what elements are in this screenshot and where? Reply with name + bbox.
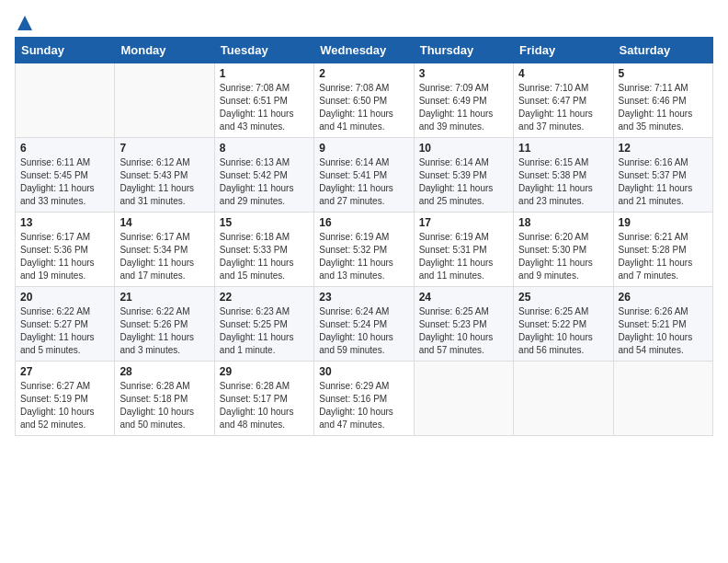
calendar-cell: 12Sunrise: 6:16 AMSunset: 5:37 PMDayligh… xyxy=(613,138,712,213)
day-info: Sunrise: 6:17 AMSunset: 5:34 PMDaylight:… xyxy=(119,231,209,282)
calendar-cell: 5Sunrise: 7:11 AMSunset: 6:46 PMDaylight… xyxy=(613,63,712,138)
day-info: Sunrise: 6:17 AMSunset: 5:36 PMDaylight:… xyxy=(20,231,109,282)
day-info: Sunrise: 6:13 AMSunset: 5:42 PMDaylight:… xyxy=(220,156,309,208)
day-info: Sunrise: 6:22 AMSunset: 5:27 PMDaylight:… xyxy=(20,305,109,357)
day-number: 1 xyxy=(220,67,309,80)
calendar-cell: 13Sunrise: 6:17 AMSunset: 5:36 PMDayligh… xyxy=(16,213,115,287)
calendar-day-header: Thursday xyxy=(414,38,513,63)
day-info: Sunrise: 6:27 AMSunset: 5:19 PMDaylight:… xyxy=(20,380,109,431)
day-info: Sunrise: 6:28 AMSunset: 5:17 PMDaylight:… xyxy=(220,380,309,431)
calendar-cell: 10Sunrise: 6:14 AMSunset: 5:39 PMDayligh… xyxy=(414,138,513,213)
calendar-cell: 26Sunrise: 6:26 AMSunset: 5:21 PMDayligh… xyxy=(613,287,712,362)
day-number: 11 xyxy=(518,142,608,155)
calendar-cell: 9Sunrise: 6:14 AMSunset: 5:41 PMDaylight… xyxy=(314,138,414,213)
day-number: 28 xyxy=(119,365,209,378)
day-number: 26 xyxy=(619,291,708,304)
calendar-week-row: 27Sunrise: 6:27 AMSunset: 5:19 PMDayligh… xyxy=(16,362,713,436)
calendar-week-row: 6Sunrise: 6:11 AMSunset: 5:45 PMDaylight… xyxy=(16,138,713,213)
day-number: 16 xyxy=(319,216,408,229)
day-number: 29 xyxy=(220,365,309,378)
day-info: Sunrise: 6:25 AMSunset: 5:22 PMDaylight:… xyxy=(518,305,608,357)
day-number: 15 xyxy=(220,216,309,229)
day-info: Sunrise: 7:09 AMSunset: 6:49 PMDaylight:… xyxy=(419,82,508,133)
day-number: 9 xyxy=(319,142,408,155)
day-info: Sunrise: 6:18 AMSunset: 5:33 PMDaylight:… xyxy=(220,231,309,282)
calendar-day-header: Wednesday xyxy=(314,38,414,63)
calendar-week-row: 1Sunrise: 7:08 AMSunset: 6:51 PMDaylight… xyxy=(16,63,713,138)
day-number: 12 xyxy=(619,142,708,155)
day-number: 18 xyxy=(518,216,608,229)
day-number: 3 xyxy=(419,67,508,80)
day-info: Sunrise: 6:11 AMSunset: 5:45 PMDaylight:… xyxy=(20,156,109,208)
day-info: Sunrise: 7:10 AMSunset: 6:47 PMDaylight:… xyxy=(518,82,608,133)
calendar-cell xyxy=(16,63,115,138)
calendar-cell: 18Sunrise: 6:20 AMSunset: 5:30 PMDayligh… xyxy=(514,213,613,287)
calendar-cell: 8Sunrise: 6:13 AMSunset: 5:42 PMDaylight… xyxy=(214,138,313,213)
day-info: Sunrise: 6:20 AMSunset: 5:30 PMDaylight:… xyxy=(518,231,608,282)
calendar-week-row: 13Sunrise: 6:17 AMSunset: 5:36 PMDayligh… xyxy=(16,213,713,287)
calendar-table: SundayMondayTuesdayWednesdayThursdayFrid… xyxy=(15,37,713,436)
day-number: 30 xyxy=(319,365,408,378)
day-number: 14 xyxy=(119,216,209,229)
day-number: 10 xyxy=(419,142,508,155)
day-number: 7 xyxy=(119,142,209,155)
day-info: Sunrise: 6:29 AMSunset: 5:16 PMDaylight:… xyxy=(319,380,408,431)
day-info: Sunrise: 6:23 AMSunset: 5:25 PMDaylight:… xyxy=(220,305,309,357)
calendar-cell xyxy=(613,362,712,436)
day-number: 5 xyxy=(619,67,708,80)
day-info: Sunrise: 6:28 AMSunset: 5:18 PMDaylight:… xyxy=(119,380,209,431)
day-number: 27 xyxy=(20,365,109,378)
day-info: Sunrise: 7:11 AMSunset: 6:46 PMDaylight:… xyxy=(619,82,708,133)
calendar-day-header: Friday xyxy=(514,38,613,63)
calendar-cell xyxy=(414,362,513,436)
calendar-cell: 11Sunrise: 6:15 AMSunset: 5:38 PMDayligh… xyxy=(514,138,613,213)
calendar-cell: 4Sunrise: 7:10 AMSunset: 6:47 PMDaylight… xyxy=(514,63,613,138)
calendar-cell: 15Sunrise: 6:18 AMSunset: 5:33 PMDayligh… xyxy=(214,213,313,287)
day-number: 21 xyxy=(119,291,209,304)
day-number: 24 xyxy=(419,291,508,304)
day-info: Sunrise: 6:16 AMSunset: 5:37 PMDaylight:… xyxy=(619,156,708,208)
day-info: Sunrise: 6:21 AMSunset: 5:28 PMDaylight:… xyxy=(619,231,708,282)
calendar-cell: 28Sunrise: 6:28 AMSunset: 5:18 PMDayligh… xyxy=(115,362,214,436)
calendar-cell xyxy=(115,63,214,138)
calendar-cell: 2Sunrise: 7:08 AMSunset: 6:50 PMDaylight… xyxy=(314,63,414,138)
day-info: Sunrise: 6:22 AMSunset: 5:26 PMDaylight:… xyxy=(119,305,209,357)
day-info: Sunrise: 7:08 AMSunset: 6:51 PMDaylight:… xyxy=(220,82,309,133)
calendar-cell: 1Sunrise: 7:08 AMSunset: 6:51 PMDaylight… xyxy=(214,63,313,138)
day-info: Sunrise: 6:25 AMSunset: 5:23 PMDaylight:… xyxy=(419,305,508,357)
day-number: 17 xyxy=(419,216,508,229)
day-number: 4 xyxy=(518,67,608,80)
day-info: Sunrise: 6:12 AMSunset: 5:43 PMDaylight:… xyxy=(119,156,209,208)
calendar-cell: 7Sunrise: 6:12 AMSunset: 5:43 PMDaylight… xyxy=(115,138,214,213)
day-number: 8 xyxy=(220,142,309,155)
calendar-day-header: Tuesday xyxy=(214,38,313,63)
calendar-week-row: 20Sunrise: 6:22 AMSunset: 5:27 PMDayligh… xyxy=(16,287,713,362)
day-info: Sunrise: 7:08 AMSunset: 6:50 PMDaylight:… xyxy=(319,82,408,133)
calendar-cell: 16Sunrise: 6:19 AMSunset: 5:32 PMDayligh… xyxy=(314,213,414,287)
calendar-day-header: Sunday xyxy=(16,38,115,63)
day-number: 6 xyxy=(20,142,109,155)
calendar-day-header: Saturday xyxy=(613,38,712,63)
day-number: 23 xyxy=(319,291,408,304)
day-info: Sunrise: 6:14 AMSunset: 5:39 PMDaylight:… xyxy=(419,156,508,208)
logo xyxy=(15,15,33,26)
calendar-cell: 29Sunrise: 6:28 AMSunset: 5:17 PMDayligh… xyxy=(214,362,313,436)
calendar-cell: 27Sunrise: 6:27 AMSunset: 5:19 PMDayligh… xyxy=(16,362,115,436)
calendar-cell: 17Sunrise: 6:19 AMSunset: 5:31 PMDayligh… xyxy=(414,213,513,287)
calendar-cell: 24Sunrise: 6:25 AMSunset: 5:23 PMDayligh… xyxy=(414,287,513,362)
day-info: Sunrise: 6:19 AMSunset: 5:31 PMDaylight:… xyxy=(419,231,508,282)
day-number: 13 xyxy=(20,216,109,229)
calendar-cell: 23Sunrise: 6:24 AMSunset: 5:24 PMDayligh… xyxy=(314,287,414,362)
calendar-cell: 30Sunrise: 6:29 AMSunset: 5:16 PMDayligh… xyxy=(314,362,414,436)
calendar-cell: 20Sunrise: 6:22 AMSunset: 5:27 PMDayligh… xyxy=(16,287,115,362)
logo-triangle-icon xyxy=(17,15,33,31)
day-info: Sunrise: 6:15 AMSunset: 5:38 PMDaylight:… xyxy=(518,156,608,208)
calendar-cell: 3Sunrise: 7:09 AMSunset: 6:49 PMDaylight… xyxy=(414,63,513,138)
day-number: 25 xyxy=(518,291,608,304)
svg-marker-0 xyxy=(17,16,32,30)
day-number: 22 xyxy=(220,291,309,304)
day-info: Sunrise: 6:19 AMSunset: 5:32 PMDaylight:… xyxy=(319,231,408,282)
calendar-cell: 22Sunrise: 6:23 AMSunset: 5:25 PMDayligh… xyxy=(214,287,313,362)
day-info: Sunrise: 6:14 AMSunset: 5:41 PMDaylight:… xyxy=(319,156,408,208)
day-number: 20 xyxy=(20,291,109,304)
